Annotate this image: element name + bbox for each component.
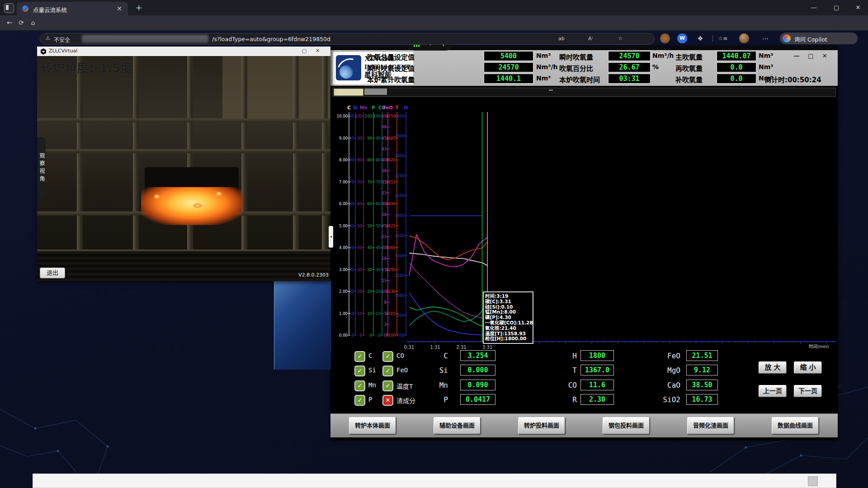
- translate-icon[interactable]: ab: [558, 36, 565, 42]
- tick-label: 0: [370, 333, 372, 338]
- tick-label: 1200: [395, 273, 405, 278]
- tick-label: 70: [367, 180, 372, 184]
- extensions-puzzle-icon[interactable]: ❖: [695, 33, 705, 43]
- checkbox-温度T[interactable]: ✓: [382, 380, 393, 391]
- checkbox-C[interactable]: ✓: [354, 351, 365, 362]
- tab-close-icon[interactable]: ✕: [114, 4, 124, 14]
- readout-label-Mn: Mn: [407, 381, 448, 389]
- tick-label: 1100: [386, 333, 396, 338]
- hmi-close-button[interactable]: ✕: [819, 52, 830, 59]
- series-Si: [409, 293, 487, 335]
- tick-label: 2.00: [339, 289, 348, 294]
- tick-label: 60: [367, 202, 372, 206]
- hmi-footer-nav: 转炉本体画面辅助设备画面转炉投料画面钢包投料画面音频化渣画面数据曲线画面: [330, 413, 838, 437]
- hmi-maximize-button[interactable]: □: [805, 52, 816, 59]
- browser-minimize-button[interactable]: —: [807, 3, 820, 12]
- tick-label: 48: [382, 125, 387, 129]
- tick-label: 10.00: [337, 114, 348, 118]
- tick-label: 33: [382, 191, 387, 195]
- trend-chart[interactable]: C10.009.008.007.006.005.004.003.002.001.…: [330, 86, 838, 350]
- nav-button-2[interactable]: 辅助设备画面: [434, 417, 481, 434]
- copilot-button[interactable]: 询问 Copilot: [780, 33, 858, 44]
- address-bar[interactable]: ⚠ 不安全 /s?loadType=auto&group=6fdnw219850…: [40, 33, 655, 45]
- page-button[interactable]: 上一页: [759, 385, 787, 397]
- series-P: [409, 307, 487, 328]
- tick-label: 70: [349, 180, 354, 184]
- tick-label: 1360: [386, 245, 396, 250]
- nav-button-5[interactable]: 音频化渣画面: [687, 417, 734, 434]
- nav-button-1[interactable]: 转炉本体画面: [349, 417, 396, 434]
- browser-tab[interactable]: 点量云流系统 ✕: [17, 2, 128, 15]
- refresh-icon[interactable]: ⟳: [16, 18, 26, 28]
- legend-C: C: [347, 105, 350, 110]
- tick-label: 1620: [386, 158, 396, 162]
- pane-splitter[interactable]: ◂: [329, 226, 333, 248]
- tick-label: 30: [357, 267, 362, 272]
- readout-value-Mn: 0.090: [460, 380, 495, 390]
- tick-label: 70: [376, 180, 381, 184]
- header-label: 主吹氧量: [675, 52, 703, 61]
- readout-value-C: 3.254: [460, 350, 495, 361]
- tick-label: 100: [373, 114, 381, 118]
- checkbox-Mn[interactable]: ✓: [354, 380, 365, 391]
- new-tab-button[interactable]: +: [134, 3, 144, 13]
- view-angle-tab[interactable]: 观察视角: [37, 137, 46, 199]
- remote-desktop: XINGKE INTELLIGENT 星科智能 吹氧总量设定值5400Nm³瞬时…: [0, 0, 868, 488]
- exit-button[interactable]: 退出: [40, 267, 65, 278]
- checkbox-CO[interactable]: ✓: [382, 351, 393, 362]
- profile-avatar[interactable]: [739, 33, 749, 43]
- tick-label: 30: [367, 267, 372, 272]
- tick-label: 4.00: [339, 245, 348, 250]
- zoom-button[interactable]: 放 大: [759, 361, 787, 374]
- checkbox-Si[interactable]: ✓: [354, 366, 365, 376]
- hmi-window: XINGKE INTELLIGENT 星科智能 吹氧总量设定值5400Nm³瞬时…: [330, 47, 838, 440]
- tick-label: 100: [355, 114, 362, 118]
- header-value: 1440.1: [484, 74, 533, 84]
- checkbox-P[interactable]: ✓: [354, 395, 365, 406]
- checkbox-FeO[interactable]: ✓: [382, 366, 393, 376]
- taskbar[interactable]: [33, 474, 836, 488]
- readout-value-Si: 0.000: [460, 365, 495, 375]
- extension-w-icon[interactable]: W: [677, 33, 687, 43]
- browser-close-button[interactable]: ✕: [852, 3, 864, 12]
- read-aloud-icon[interactable]: A⁾: [588, 36, 593, 42]
- hmi-header: XINGKE INTELLIGENT 星科智能 吹氧总量设定值5400Nm³瞬时…: [330, 47, 838, 86]
- extension-monkey-icon[interactable]: [660, 33, 670, 43]
- back-icon[interactable]: ←: [5, 18, 14, 28]
- more-menu-icon[interactable]: ⋯: [760, 33, 770, 43]
- taskbar-tray-icon[interactable]: [808, 476, 818, 486]
- tick-label: 80: [376, 158, 381, 162]
- tick-label: 40: [367, 245, 372, 250]
- readout-value-P: 0.0417: [460, 394, 495, 405]
- copilot-label: 询问 Copilot: [794, 35, 827, 43]
- furnace-3d-scene[interactable]: 转炉角度:-1.5度: [37, 56, 330, 281]
- copilot-icon: [783, 34, 791, 42]
- nav-button-4[interactable]: 钢包投料画面: [603, 417, 650, 434]
- zoom-button[interactable]: 缩 小: [794, 361, 822, 374]
- checkbox-渣成分[interactable]: ✕: [382, 395, 393, 406]
- browser-maximize-button[interactable]: ▢: [830, 3, 843, 12]
- chart-tooltip: 时间:3:19碳[C]:3.31硅[Si]:0.10锰[Mn]:8.00磷[P]…: [483, 291, 533, 344]
- tick-label: 60: [376, 202, 381, 206]
- viewer-titlebar[interactable]: ZLLCVirtual ▢ ✕: [37, 47, 330, 56]
- tick-label: 2200: [395, 174, 405, 178]
- header-label: 吹氧总量设定值: [367, 52, 415, 61]
- tick-label: 7.00: [339, 180, 348, 184]
- home-icon[interactable]: ⌂: [28, 18, 38, 28]
- tooltip-line: 碳[C]:3.31: [485, 299, 531, 305]
- tick-label: 20: [349, 289, 354, 294]
- viewer-close-button[interactable]: ✕: [316, 48, 320, 54]
- tick-label: 70: [357, 180, 362, 184]
- tick-label: 0: [360, 333, 362, 338]
- favorite-icon[interactable]: ☆: [618, 35, 623, 42]
- page-button[interactable]: 下一页: [794, 385, 822, 397]
- workspace-icon[interactable]: [4, 3, 14, 13]
- viewer-maximize-button[interactable]: ▢: [302, 48, 307, 54]
- nav-button-6[interactable]: 数据曲线画面: [772, 417, 819, 434]
- nav-button-3[interactable]: 转炉投料画面: [518, 417, 565, 434]
- collections-icon[interactable]: ☆≡: [718, 33, 728, 43]
- hmi-minimize-button[interactable]: —: [791, 52, 802, 59]
- readout-value-SiO2: 16.73: [686, 394, 718, 405]
- tick-label: 90: [376, 136, 381, 141]
- tick-label: 1600: [395, 234, 405, 238]
